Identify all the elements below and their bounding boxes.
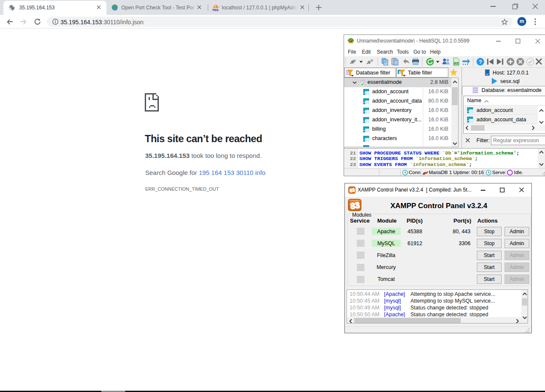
svg-text:?: ? bbox=[479, 59, 482, 65]
svg-text:83: 83 bbox=[349, 187, 355, 193]
svg-text:83: 83 bbox=[350, 200, 360, 211]
svg-text:HS: HS bbox=[349, 40, 353, 43]
svg-text:PMA: PMA bbox=[212, 9, 219, 11]
svg-text:CSV: CSV bbox=[454, 63, 458, 65]
